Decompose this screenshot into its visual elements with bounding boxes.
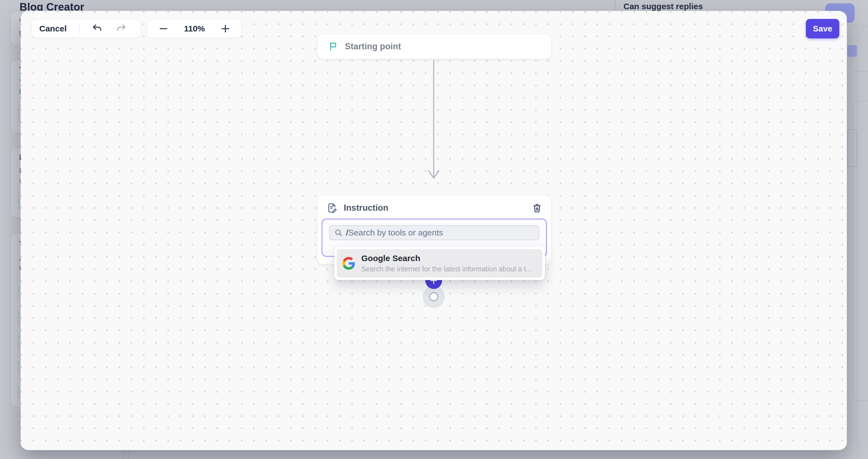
trash-icon[interactable] (532, 203, 542, 213)
search-input-value: / (346, 228, 348, 237)
bg-right-header-line (847, 24, 858, 25)
zoom-level: 110% (184, 24, 205, 33)
bg-right-chip (847, 45, 857, 57)
zoom-out-button[interactable] (156, 21, 171, 36)
tool-search-dropdown: Google Search Search the internet for th… (334, 247, 545, 280)
minus-icon (158, 24, 168, 34)
dropdown-item-title: Google Search (361, 254, 531, 263)
connector-handle[interactable] (429, 292, 438, 301)
undo-button[interactable] (89, 21, 105, 36)
workflow-editor-modal: Cancel 110% Save Starting point (21, 11, 847, 450)
google-logo (342, 257, 355, 270)
document-edit-icon (327, 202, 338, 214)
redo-button[interactable] (113, 21, 129, 36)
zoom-in-button[interactable] (218, 21, 233, 36)
instruction-node-header: Instruction (317, 195, 551, 219)
search-input-placeholder: Search by tools or agents (348, 228, 443, 237)
dropdown-item-google-search[interactable]: Google Search Search the internet for th… (337, 249, 542, 277)
save-button[interactable]: Save (806, 19, 839, 38)
plus-icon (220, 24, 230, 34)
cancel-button[interactable]: Cancel (39, 24, 67, 33)
start-node-label: Starting point (345, 41, 401, 52)
bg-bottom-card-edge (128, 450, 129, 459)
connector-arrow (428, 60, 440, 185)
redo-icon (116, 23, 126, 34)
bg-header-divider (615, 0, 616, 11)
toolbar-zoom-group: 110% (147, 20, 242, 38)
toolbar-history-group: Cancel (32, 20, 141, 38)
dropdown-item-description: Search the internet for the latest infor… (361, 265, 531, 273)
bg-bottom-card-edge (123, 450, 124, 459)
instruction-node-title: Instruction (344, 203, 526, 213)
bg-right-chip (847, 129, 857, 167)
flag-icon (328, 41, 338, 52)
dropdown-item-texts: Google Search Search the internet for th… (361, 254, 531, 273)
tool-search-input[interactable]: / Search by tools or agents (329, 225, 539, 240)
undo-icon (92, 23, 102, 34)
toolbar-divider (80, 23, 80, 34)
bg-header-label: Can suggest replies (623, 2, 703, 11)
start-node[interactable]: Starting point (317, 34, 551, 59)
search-icon (334, 229, 343, 237)
